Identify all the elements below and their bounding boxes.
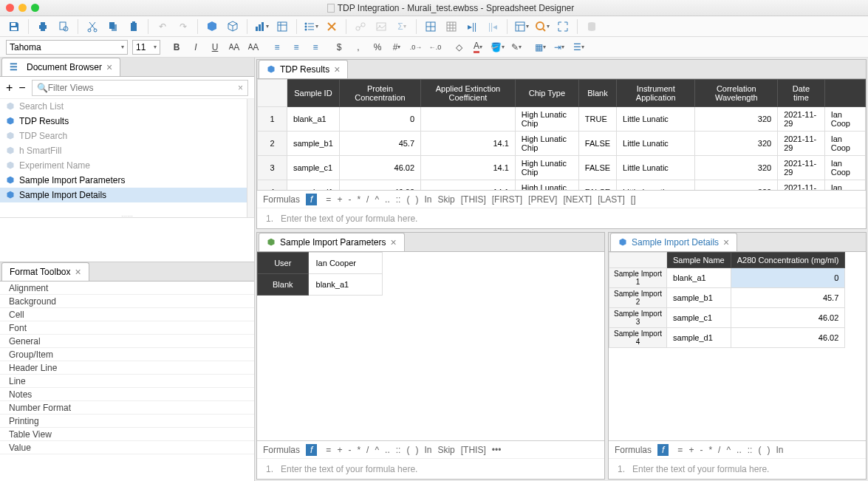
delete-x-icon[interactable]: [324, 18, 340, 35]
print-icon[interactable]: [35, 18, 51, 35]
print-preview-icon[interactable]: [55, 18, 72, 35]
col-header[interactable]: Blank: [578, 80, 616, 107]
formula-token[interactable]: +: [688, 445, 694, 455]
indent-icon[interactable]: ⇥▾: [552, 40, 567, 55]
formula-token[interactable]: [THIS]: [461, 194, 486, 205]
skip-start-icon[interactable]: ||◂: [485, 18, 501, 35]
cube-solid-icon[interactable]: [204, 18, 220, 35]
table-row[interactable]: Sample Import 3sample_c146.02: [609, 308, 845, 328]
tab-format-toolbox[interactable]: Format Toolbox ×: [1, 262, 89, 281]
chart-icon[interactable]: ▾: [253, 18, 270, 35]
formula-token[interactable]: ): [415, 445, 418, 455]
col-header[interactable]: Correlation Wavelength: [695, 80, 778, 107]
tab-sample-import-details[interactable]: Sample Import Details ×: [610, 233, 737, 251]
format-toolbox-item[interactable]: Number Format: [0, 401, 254, 415]
col-header[interactable]: Sample ID: [287, 80, 340, 107]
bold-button[interactable]: B: [169, 40, 184, 55]
formula-token[interactable]: +: [337, 445, 342, 455]
formula-token[interactable]: [THIS]: [461, 445, 486, 455]
borders-icon[interactable]: ▦▾: [533, 40, 547, 55]
formula-token[interactable]: ..: [385, 445, 390, 455]
formula-token[interactable]: -: [348, 194, 351, 205]
formula-token[interactable]: In: [424, 445, 431, 455]
formula-token[interactable]: =: [326, 194, 331, 205]
align-left-icon[interactable]: ≡: [270, 40, 284, 55]
format-toolbox-item[interactable]: Printing: [0, 415, 254, 428]
formula-token[interactable]: *: [357, 445, 360, 455]
formula-token[interactable]: ..: [737, 445, 742, 455]
table-row[interactable]: 2sample_b145.714.1High Lunatic ChipFALSE…: [258, 132, 866, 156]
format-toolbox-item[interactable]: Cell: [0, 308, 254, 321]
image-icon[interactable]: [373, 18, 389, 35]
formula-token[interactable]: []: [631, 194, 636, 205]
form-icon[interactable]: [274, 18, 290, 35]
view-list-item[interactable]: Search List: [0, 99, 247, 114]
view-list-item[interactable]: TDP Results: [0, 114, 247, 129]
paste-icon[interactable]: [126, 18, 142, 35]
col-header[interactable]: Applied Extinction Coefficient: [421, 80, 516, 107]
filter-views-input[interactable]: [48, 83, 238, 93]
formula-token[interactable]: [LAST]: [598, 194, 625, 205]
layout-icon[interactable]: ▾: [513, 18, 530, 35]
formula-token[interactable]: =: [326, 445, 331, 455]
formula-token[interactable]: In: [776, 445, 783, 455]
close-icon[interactable]: ×: [723, 236, 729, 248]
formula-token[interactable]: *: [708, 445, 712, 455]
col-header[interactable]: Protein Concentration: [339, 80, 420, 107]
italic-button[interactable]: I: [188, 40, 203, 55]
formula-token[interactable]: =: [677, 445, 683, 455]
format-toolbox-item[interactable]: General: [0, 335, 254, 348]
formula-token[interactable]: [NEXT]: [563, 194, 592, 205]
minimize-window-icon[interactable]: [18, 4, 27, 12]
formula-token[interactable]: -: [700, 445, 703, 455]
formula-token[interactable]: •••: [492, 445, 502, 455]
view-list-item[interactable]: Sample Import Details: [0, 188, 247, 202]
tab-tdp-results[interactable]: TDP Results ×: [259, 60, 348, 78]
redo-icon[interactable]: ↷: [175, 18, 191, 35]
formula-token[interactable]: /: [366, 194, 369, 205]
cut-icon[interactable]: [84, 18, 100, 35]
copy-icon[interactable]: [105, 18, 121, 35]
clear-format-icon[interactable]: ◇: [451, 40, 466, 55]
formula-input-row[interactable]: 1. Enter the text of your formula here.: [257, 208, 866, 228]
table-row[interactable]: UserIan Cooper: [258, 253, 383, 274]
remove-view-button[interactable]: −: [18, 81, 25, 95]
font-shrink-icon[interactable]: AA: [246, 40, 261, 55]
formula-token[interactable]: /: [718, 445, 720, 455]
format-toolbox-item[interactable]: Font: [0, 321, 254, 335]
formula-token[interactable]: ::: [396, 445, 401, 455]
percent-icon[interactable]: %: [370, 40, 385, 55]
db-icon[interactable]: [584, 18, 600, 35]
add-view-button[interactable]: +: [6, 81, 13, 95]
format-toolbox-item[interactable]: Line: [0, 375, 254, 388]
underline-button[interactable]: U: [208, 40, 222, 55]
formula-token[interactable]: ): [415, 194, 418, 205]
save-icon[interactable]: [6, 18, 22, 35]
formula-token[interactable]: (: [758, 445, 761, 455]
clear-search-icon[interactable]: ×: [238, 83, 243, 93]
zoom-icon[interactable]: ▾: [534, 18, 550, 35]
table-row[interactable]: Sample Import 4sample_d146.02: [609, 328, 845, 348]
fx-icon[interactable]: f: [657, 444, 669, 456]
formula-token[interactable]: ): [767, 445, 770, 455]
formula-token[interactable]: ^: [375, 445, 379, 455]
formula-token[interactable]: In: [424, 194, 431, 205]
format-toolbox-item[interactable]: Background: [0, 295, 254, 308]
align-right-icon[interactable]: ≡: [308, 40, 323, 55]
grid-icon[interactable]: [443, 18, 459, 35]
formula-token[interactable]: [PREV]: [528, 194, 557, 205]
close-icon[interactable]: ×: [390, 236, 396, 248]
link-icon[interactable]: [352, 18, 369, 35]
table-row[interactable]: Sample Import 2sample_b145.7: [609, 288, 845, 308]
table-row[interactable]: 3sample_c146.0214.1High Lunatic ChipFALS…: [258, 156, 866, 180]
cube-outline-icon[interactable]: [225, 18, 241, 35]
formula-token[interactable]: ::: [396, 194, 401, 205]
font-color-icon[interactable]: A▾: [471, 40, 485, 55]
formula-token[interactable]: ^: [726, 445, 731, 455]
table-row[interactable]: 1blank_a10High Lunatic ChipTRUELittle Lu…: [258, 107, 866, 132]
format-toolbox-item[interactable]: Table View: [0, 428, 254, 441]
align-center-icon[interactable]: ≡: [289, 40, 304, 55]
col-header[interactable]: Sample Name: [667, 253, 731, 268]
view-list-item[interactable]: h SmartFill: [0, 143, 247, 158]
formula-token[interactable]: ::: [748, 445, 753, 455]
